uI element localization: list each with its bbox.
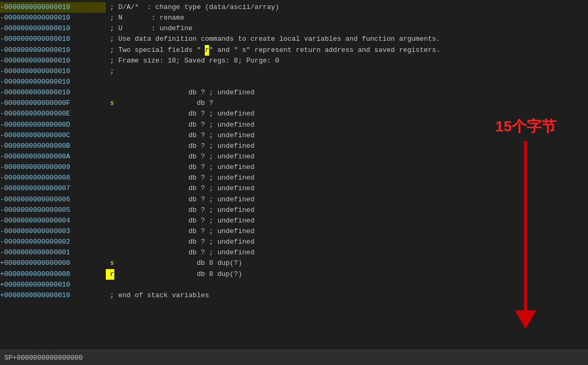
address: +0000000000000000	[0, 258, 106, 269]
code-line: -0000000000000010 ; D/A/* : change type …	[0, 2, 588, 13]
address: -0000000000000010	[0, 87, 106, 98]
line-content: db 8 dup(?)	[114, 258, 242, 269]
code-line: -000000000000000F s db ?	[0, 98, 588, 109]
address: -0000000000000010	[0, 77, 106, 87]
line-content: ; N : rename	[106, 13, 184, 23]
address: -0000000000000005	[0, 205, 106, 216]
address: -0000000000000010	[0, 2, 106, 13]
code-line: -0000000000000010 ;	[0, 66, 588, 77]
line-content: db ? ; undefined	[106, 216, 255, 226]
address: -0000000000000003	[0, 226, 106, 237]
status-text: SP+0000000000000000	[4, 354, 83, 362]
address: -0000000000000007	[0, 183, 106, 194]
line-content: ; end of stack variables	[106, 290, 209, 301]
line-content: ;	[106, 66, 114, 77]
comment-text: ; Two special fields "	[106, 45, 205, 56]
line-content: db ? ; undefined	[106, 194, 255, 205]
code-line: -0000000000000010 ; Two special fields "…	[0, 45, 588, 56]
code-line: -0000000000000010 db ? ; undefined	[0, 87, 588, 98]
line-content: ; Frame size: 10; Saved regs: 8; Purge: …	[106, 56, 279, 66]
address: -000000000000000A	[0, 152, 106, 162]
r-highlight: r	[205, 45, 209, 56]
status-bar: SP+0000000000000000	[0, 350, 588, 365]
address: -0000000000000010	[0, 23, 106, 34]
address: -0000000000000001	[0, 247, 106, 258]
line-content: db ? ; undefined	[106, 141, 255, 152]
address: -000000000000000F	[0, 98, 106, 109]
line-content: db ? ; undefined	[106, 130, 255, 141]
line-content: db ? ; undefined	[106, 237, 255, 247]
code-line: -0000000000000010 ; Use data definition …	[0, 34, 588, 44]
line-content: db ? ; undefined	[106, 162, 255, 173]
address: -0000000000000010	[0, 45, 106, 56]
address: +0000000000000010	[0, 280, 106, 290]
line-content: db ? ; undefined	[106, 109, 255, 119]
address: -000000000000000D	[0, 120, 106, 130]
address: -0000000000000009	[0, 162, 106, 173]
line-content: db 8 dup(?)	[114, 269, 242, 280]
code-line: -0000000000000010 ; U : undefine	[0, 23, 588, 34]
line-content: db ? ; undefined	[106, 226, 255, 237]
label-r: r	[106, 269, 114, 280]
line-content: db ? ; undefined	[106, 247, 255, 258]
line-content: ; Use data definition commands to create…	[106, 34, 440, 44]
line-content: db ? ; undefined	[106, 173, 255, 183]
address: -000000000000000E	[0, 109, 106, 119]
address: +0000000000000008	[0, 269, 106, 280]
arrow	[515, 141, 536, 329]
address: -0000000000000010	[0, 34, 106, 44]
line-content: db ?	[114, 98, 213, 109]
line-content: ; D/A/* : change type (data/ascii/array)	[106, 2, 279, 13]
address: -0000000000000010	[0, 56, 106, 66]
address: -000000000000000B	[0, 141, 106, 152]
code-line: -0000000000000010	[0, 77, 588, 87]
address: +0000000000000010	[0, 290, 106, 301]
label-s: s	[106, 258, 114, 269]
comment-text: " and " s" represent return address and …	[209, 45, 440, 56]
address: -0000000000000010	[0, 66, 106, 77]
address: -0000000000000010	[0, 13, 106, 23]
code-line: -0000000000000010 ; Frame size: 10; Save…	[0, 56, 588, 66]
annotation-text: 15个字节	[495, 117, 556, 137]
line-content: ; U : undefine	[106, 23, 193, 34]
address: -0000000000000008	[0, 173, 106, 183]
annotation: 15个字节	[495, 117, 556, 329]
line-content: db ? ; undefined	[106, 183, 255, 194]
address: -0000000000000002	[0, 237, 106, 247]
address: -0000000000000004	[0, 216, 106, 226]
line-content: db ? ; undefined	[106, 120, 255, 130]
code-line: -0000000000000010 ; N : rename	[0, 13, 588, 23]
line-content: db ? ; undefined	[106, 152, 255, 162]
line-content: db ? ; undefined	[106, 205, 255, 216]
address: -000000000000000C	[0, 130, 106, 141]
address: -0000000000000006	[0, 194, 106, 205]
code-view: -0000000000000010 ; D/A/* : change type …	[0, 0, 588, 350]
label-s: s	[106, 98, 114, 109]
line-content: db ? ; undefined	[106, 87, 255, 98]
